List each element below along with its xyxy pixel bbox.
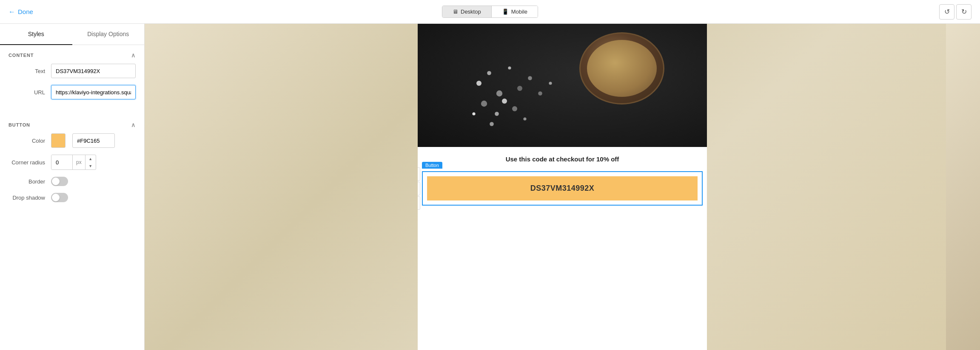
- left-panel: Styles Display Options CONTENT ∧ Text UR…: [0, 24, 145, 350]
- radius-increment-button[interactable]: ▲: [85, 155, 96, 162]
- content-chevron-icon[interactable]: ∧: [131, 52, 136, 59]
- svg-point-0: [476, 81, 481, 86]
- content-section: CONTENT ∧ Text URL: [0, 45, 144, 115]
- center-content-panel: Use this code at checkout for 10% off ⧉ …: [418, 24, 707, 350]
- checkout-text: Use this code at checkout for 10% off: [418, 147, 707, 171]
- svg-point-2: [496, 90, 502, 96]
- svg-point-6: [481, 101, 487, 107]
- spice-dots: [452, 58, 639, 134]
- svg-point-4: [517, 86, 522, 91]
- redo-button[interactable]: ↻: [956, 4, 971, 20]
- back-arrow-icon: ←: [9, 8, 15, 16]
- tab-styles[interactable]: Styles: [0, 24, 72, 45]
- drop-shadow-toggle-wrap: [51, 193, 68, 202]
- svg-point-11: [512, 106, 517, 111]
- svg-point-1: [487, 71, 491, 75]
- url-input[interactable]: [51, 85, 136, 99]
- button-section-panel: BUTTON ∧ Color Corner radius: [0, 115, 144, 217]
- toolbar-icons: ↺ ↻: [939, 4, 971, 20]
- svg-point-3: [508, 66, 511, 69]
- main-layout: Styles Display Options CONTENT ∧ Text UR…: [0, 24, 980, 350]
- tab-display-options[interactable]: Display Options: [72, 24, 145, 45]
- url-label: URL: [9, 89, 51, 96]
- svg-point-5: [528, 76, 532, 80]
- mobile-icon: 📱: [502, 8, 509, 15]
- button-section-header: BUTTON ∧: [0, 115, 144, 133]
- done-label: Done: [18, 8, 33, 15]
- content-section-title: CONTENT: [9, 53, 34, 58]
- text-field-row: Text: [9, 64, 136, 78]
- svg-point-7: [495, 112, 499, 116]
- corner-radius-input[interactable]: [51, 155, 73, 169]
- button-section-canvas: ⧉ ☆ 🗑 Button DS37VM314992X: [422, 171, 703, 206]
- border-toggle[interactable]: [51, 177, 68, 186]
- mobile-label: Mobile: [511, 8, 527, 15]
- content-section-header: CONTENT ∧: [0, 45, 144, 64]
- redo-icon: ↻: [961, 8, 967, 16]
- coupon-button-text: DS37VM314992X: [530, 184, 595, 192]
- svg-point-12: [549, 82, 552, 85]
- canvas-area: Use this code at checkout for 10% off ⧉ …: [145, 24, 980, 350]
- mobile-button[interactable]: 📱 Mobile: [492, 6, 538, 17]
- device-toggle: 🖥 Desktop 📱 Mobile: [442, 6, 538, 18]
- color-value-input[interactable]: [72, 133, 115, 148]
- button-section-body: Color Corner radius px ▲ ▼: [0, 133, 144, 217]
- delete-button[interactable]: 🗑: [418, 196, 420, 210]
- product-image-area: [418, 24, 707, 147]
- spice-scatter: [452, 58, 639, 134]
- undo-icon: ↺: [944, 8, 950, 16]
- drop-shadow-field-row: Drop shadow: [9, 193, 136, 202]
- coupon-button[interactable]: DS37VM314992X: [427, 176, 698, 200]
- url-field-row: URL: [9, 85, 136, 99]
- done-button[interactable]: ← Done: [9, 8, 33, 16]
- text-input[interactable]: [51, 64, 136, 78]
- radius-unit: px: [73, 155, 85, 169]
- copy-button[interactable]: ⧉: [418, 167, 420, 181]
- svg-point-10: [538, 91, 542, 96]
- right-strip: [946, 24, 980, 350]
- svg-point-14: [523, 117, 526, 120]
- border-field-row: Border: [9, 177, 136, 186]
- favorite-button[interactable]: ☆: [418, 182, 420, 195]
- svg-point-9: [472, 112, 475, 115]
- drop-shadow-toggle[interactable]: [51, 193, 68, 202]
- color-swatch[interactable]: [51, 133, 66, 148]
- tab-styles-label: Styles: [28, 31, 44, 37]
- panel-tabs: Styles Display Options: [0, 24, 144, 45]
- color-label: Color: [9, 138, 51, 144]
- tab-display-options-label: Display Options: [87, 31, 129, 37]
- svg-point-13: [490, 122, 494, 126]
- border-toggle-wrap: [51, 177, 68, 186]
- drop-shadow-label: Drop shadow: [9, 195, 51, 201]
- top-bar: ← Done Button 🖥 Desktop 📱 Mobile ↺ ↻: [0, 0, 980, 24]
- radius-decrement-button[interactable]: ▼: [85, 162, 96, 169]
- corner-radius-row: Corner radius px ▲ ▼: [9, 155, 136, 170]
- float-actions: ⧉ ☆ 🗑: [418, 167, 420, 210]
- corner-radius-label: Corner radius: [9, 159, 51, 166]
- undo-button[interactable]: ↺: [939, 4, 954, 20]
- desktop-icon: 🖥: [453, 8, 458, 15]
- text-label: Text: [9, 68, 51, 74]
- border-label: Border: [9, 178, 51, 185]
- desktop-button[interactable]: 🖥 Desktop: [442, 6, 492, 17]
- button-selection-wrapper: DS37VM314992X: [422, 171, 703, 206]
- svg-point-8: [502, 99, 507, 104]
- product-image: [418, 24, 707, 147]
- button-section-title: BUTTON: [9, 122, 30, 127]
- desktop-label: Desktop: [461, 8, 481, 15]
- corner-radius-control: px ▲ ▼: [51, 155, 96, 170]
- button-chevron-icon[interactable]: ∧: [131, 121, 136, 128]
- content-section-body: Text URL: [0, 64, 144, 115]
- color-field-row: Color: [9, 133, 136, 148]
- radius-arrows: ▲ ▼: [85, 155, 96, 169]
- button-badge: Button: [422, 162, 442, 169]
